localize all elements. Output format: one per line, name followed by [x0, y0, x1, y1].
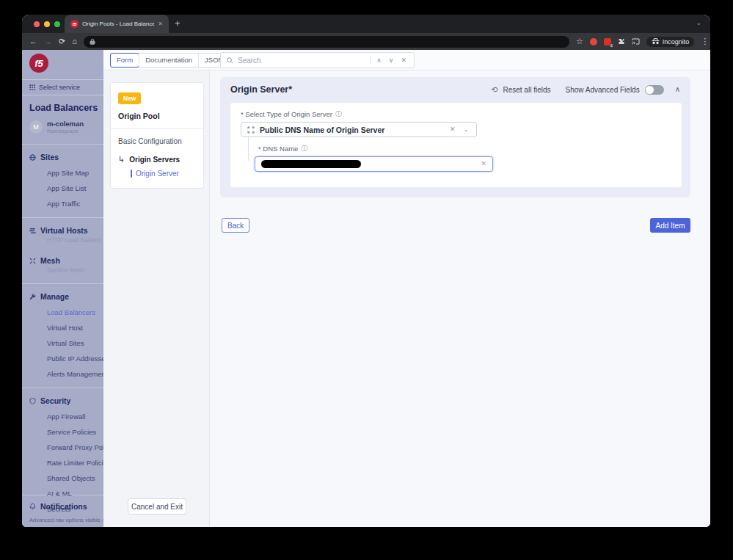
namespace-avatar: M	[29, 120, 43, 134]
grid-icon	[29, 84, 35, 90]
show-advanced-fields-toggle[interactable]	[645, 85, 664, 95]
origin-server-form-card: * Select Type of Origin Server ⓘ Public …	[230, 103, 682, 187]
sidebar-item-sites[interactable]: Sites	[29, 153, 101, 161]
type-select-value: Public DNS Name of Origin Server	[260, 126, 443, 134]
wizard-section-basic-configuration[interactable]: Basic Configuration	[118, 137, 196, 145]
form-topbar: Form Documentation JSON Search ∧ ∨ ✕	[103, 50, 710, 70]
info-icon[interactable]: ⓘ	[335, 111, 342, 117]
select-service-menu[interactable]: Select service	[22, 79, 103, 95]
search-icon	[227, 57, 233, 64]
address-bar[interactable]	[84, 36, 569, 48]
toggle-knob	[646, 86, 654, 94]
tab-documentation[interactable]: Documentation	[139, 54, 198, 67]
sidebar-item-public-ip-addresses[interactable]: Public IP Addresses	[47, 354, 101, 363]
cancel-and-exit-button[interactable]: Cancel and Exit	[128, 498, 186, 514]
sidebar-item-security[interactable]: Security	[29, 396, 101, 405]
collapse-panel-icon[interactable]: ∧	[675, 86, 680, 93]
f5-logo[interactable]: f5	[29, 54, 48, 73]
search-prev-icon[interactable]: ∧	[375, 57, 383, 64]
search-placeholder: Search	[238, 57, 365, 65]
wizard-step-origin-servers[interactable]: ↳ Origin Servers	[118, 156, 196, 164]
back-icon[interactable]: ←	[29, 37, 37, 46]
indent-guide	[248, 137, 249, 161]
zoom-window-button[interactable]	[54, 21, 60, 27]
origin-server-type-select[interactable]: Public DNS Name of Origin Server ✕ ⌄	[241, 122, 477, 137]
incognito-icon	[652, 38, 660, 45]
tab-form[interactable]: Form	[110, 53, 139, 68]
dns-value-redacted	[261, 160, 361, 168]
dns-info-icon[interactable]: ⓘ	[301, 145, 307, 152]
extension-red-square-icon[interactable]: 6	[604, 38, 611, 46]
sidebar-item-mesh[interactable]: Mesh	[29, 256, 101, 265]
back-button[interactable]: Back	[222, 218, 249, 233]
bookmark-star-icon[interactable]: ☆	[576, 37, 583, 46]
select-service-label: Select service	[39, 84, 80, 91]
sidebar-item-rate-limiter-policies[interactable]: Rate Limiter Policies	[47, 459, 101, 467]
incognito-indicator: Incognito	[646, 37, 695, 47]
mesh-subtitle: Service Mesh	[47, 266, 101, 274]
sidebar-item-service-policies[interactable]: Service Policies	[47, 428, 101, 436]
wizard-title: Origin Pool	[118, 112, 196, 120]
sidebar-item-app-traffic[interactable]: App Traffic	[47, 200, 101, 208]
search-close-icon[interactable]: ✕	[399, 57, 408, 64]
type-select-clear-icon[interactable]: ✕	[448, 126, 457, 133]
tab-search-chevron-icon[interactable]: ⌄	[696, 20, 701, 26]
reset-all-fields-button[interactable]: Reset all fields	[503, 86, 550, 94]
dns-name-input[interactable]: ✕	[255, 156, 493, 172]
tab-title: Origin Pools - Load Balancers |	[82, 21, 154, 27]
sidebar-item-virtual-hosts[interactable]: Virtual Hosts	[29, 226, 101, 235]
sidebar-item-app-site-list[interactable]: App Site List	[47, 184, 101, 192]
browser-menu-icon[interactable]: ⋮	[701, 37, 709, 46]
search-next-icon[interactable]: ∨	[387, 57, 395, 64]
extension-badge: 6	[610, 43, 613, 48]
sidebar-item-virtual-sites[interactable]: Virtual Sites	[47, 339, 101, 347]
sidebar-item-notifications[interactable]: Notifications	[29, 502, 102, 511]
sidebar-item-virtual-host[interactable]: Virtual Host	[47, 324, 101, 332]
search-divider	[370, 56, 371, 65]
form-view-tabs: Form Documentation JSON	[110, 53, 230, 68]
advanced-nav-footnote[interactable]: Advanced nav options visible ◷	[29, 517, 102, 523]
sidebar-item-forward-proxy-policies[interactable]: Forward Proxy Policies	[47, 443, 101, 451]
refresh-icon[interactable]: ⟳	[59, 37, 65, 46]
cast-icon[interactable]	[632, 38, 640, 45]
incognito-label: Incognito	[663, 38, 690, 46]
step-arrow-icon: ↳	[118, 156, 125, 164]
type-select-icon	[247, 126, 255, 134]
product-title: Load Balancers	[29, 103, 103, 113]
browser-tab[interactable]: f5 Origin Pools - Load Balancers | ✕	[65, 15, 169, 33]
home-icon[interactable]: ⌂	[72, 37, 77, 46]
extensions-puzzle-icon[interactable]	[618, 38, 625, 46]
sidebar-bottom: Notifications Advanced nav options visib…	[22, 495, 103, 523]
close-window-button[interactable]	[34, 21, 40, 27]
globe-icon	[29, 154, 36, 161]
sidebar-item-alerts-management[interactable]: Alerts Management	[47, 370, 101, 378]
sidebar-item-app-firewall[interactable]: App Firewall	[47, 412, 101, 421]
sidebar-item-app-site-map[interactable]: App Site Map	[47, 169, 101, 177]
wizard-substep-origin-server[interactable]: Origin Server	[131, 170, 196, 178]
browser-window: f5 Origin Pools - Load Balancers | ✕ + ⌄…	[22, 15, 710, 527]
extension-red-circle-icon[interactable]	[590, 38, 597, 46]
sidebar-item-shared-objects[interactable]: Shared Objects	[47, 474, 101, 482]
layers-icon	[29, 228, 36, 234]
forward-icon[interactable]: →	[44, 37, 52, 46]
dns-name-subfield: * DNS Name ⓘ ✕	[255, 145, 671, 172]
add-item-button[interactable]: Add Item	[650, 218, 690, 233]
wizard-divider	[111, 128, 203, 129]
main-form-area: Origin Server* ⟲ Reset all fields Show A…	[210, 70, 710, 527]
search-bar[interactable]: Search ∧ ∨ ✕	[220, 52, 415, 68]
namespace-label: Namespace	[47, 128, 84, 134]
sidebar-item-manage[interactable]: Manage	[29, 292, 101, 301]
namespace-selector[interactable]: M m-coleman Namespace	[29, 120, 103, 134]
type-field-label: * Select Type of Origin Server ⓘ	[241, 110, 671, 118]
dns-input-clear-icon[interactable]: ✕	[481, 161, 486, 167]
wrench-icon	[29, 294, 36, 300]
type-select-chevron-icon[interactable]: ⌄	[462, 126, 470, 133]
shield-icon	[29, 398, 36, 404]
sidebar-item-load-balancers[interactable]: Load Balancers	[47, 308, 101, 316]
minimize-window-button[interactable]	[44, 21, 50, 27]
reset-icon: ⟲	[491, 86, 497, 94]
namespace-name: m-coleman	[47, 120, 84, 128]
sidebar: f5 Select service Load Balancers M m-col…	[22, 50, 103, 527]
new-tab-button[interactable]: +	[175, 18, 180, 28]
tab-close-icon[interactable]: ✕	[158, 21, 163, 27]
